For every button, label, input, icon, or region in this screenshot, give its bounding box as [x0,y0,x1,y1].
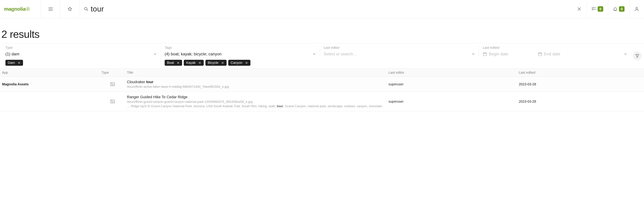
svg-point-8 [52,10,52,11]
chevron-down-icon [312,52,316,56]
col-header-type: Type [102,71,124,75]
svg-point-0 [49,7,50,8]
close-icon[interactable] [245,61,248,64]
filter-tags-select[interactable]: (4) boat; kayak; bicycle; canyon [165,51,316,57]
calendar-icon [483,52,487,56]
table-row[interactable]: Ranger Guided Hike To Cedar Ridge /tours… [0,92,644,111]
chip-canyon[interactable]: Canyon [228,60,250,66]
svg-point-4 [50,9,51,9]
tasks-badge: 0 [598,6,603,12]
logo[interactable]: magnolia ® [0,0,41,18]
close-icon [577,7,582,11]
filter-tags: Tags (4) boat; kayak; bicycle; canyon Bo… [161,46,320,66]
filter-icon [635,54,640,58]
svg-rect-35 [110,83,114,86]
row-editor: superuser [388,100,519,103]
top-bar: magnolia ® 0 0 [0,0,644,18]
row-editor: superuser [388,82,519,86]
row-date: 2023-03-28 [519,82,644,86]
row-type-icon [102,99,124,104]
svg-point-6 [49,10,50,11]
results-table-body: Magnolia Assets Cloudraker tour /tours/f… [0,77,644,111]
svg-point-3 [49,9,50,9]
logo-dot: ® [26,6,30,12]
svg-point-2 [52,7,52,8]
filter-last-edited: Last edited [479,46,631,57]
table-row[interactable]: Magnolia Assets Cloudraker tour /tours/f… [0,77,644,92]
chevron-down-icon [153,52,157,56]
row-date: 2023-03-28 [519,100,644,103]
filter-last-editor: Last editor Select or search… [320,46,479,57]
apps-grid-icon [48,7,53,11]
svg-point-15 [636,7,638,9]
filter-editor-label: Last editor [324,46,475,50]
notifications-badge: 0 [619,6,624,12]
row-type-icon [102,81,124,87]
close-icon[interactable] [177,61,180,64]
checklist-icon [591,7,596,12]
chip-bicycle[interactable]: Bicycle [206,60,226,66]
filter-type-select[interactable]: (1) dam [6,51,157,57]
svg-line-10 [87,10,88,11]
user-icon [634,7,639,12]
image-icon [110,81,115,87]
chip-boat[interactable]: Boat [165,60,182,66]
svg-rect-26 [483,53,487,56]
row-app: Magnolia Assets [0,82,102,86]
bell-icon [613,7,618,11]
col-header-date: Last edited [519,71,644,75]
filter-bar: Type (1) dam Dam Tags (4) boat; kayak; b… [0,43,644,69]
svg-point-36 [111,83,112,84]
filter-type-chips: Dam [6,60,157,66]
calendar-icon [538,52,542,56]
global-search [80,0,572,18]
svg-marker-34 [636,54,639,57]
notifications-button[interactable]: 0 [608,0,629,18]
filter-tags-summary: (4) boat; kayak; bicycle; canyon [165,52,222,56]
favorites-button[interactable] [60,0,80,18]
close-icon[interactable] [198,61,201,64]
logo-text: magnolia [4,6,26,12]
row-title: Ranger Guided Hike To Cedar Ridge /tours… [124,95,388,108]
close-icon[interactable] [221,61,224,64]
search-input[interactable] [91,5,568,13]
row-title: Cloudraker tour /tours/flickr-active-bik… [124,80,388,89]
col-header-editor: Last editor [388,71,519,75]
svg-point-7 [50,10,51,11]
col-header-app: App [0,71,102,75]
chevron-down-icon [624,52,628,56]
svg-rect-30 [538,53,542,56]
user-menu-button[interactable] [629,0,644,18]
filter-type-label: Type [6,46,157,50]
tasks-button[interactable]: 0 [586,0,608,18]
filter-toggle-button[interactable] [633,52,642,60]
search-icon [84,7,89,12]
chip-kayak[interactable]: Kayak [184,60,204,66]
close-icon[interactable] [18,61,21,64]
apps-launcher-button[interactable] [41,0,60,18]
results-heading: 2 results [1,28,644,40]
end-date-input[interactable] [544,52,592,56]
begin-date-input[interactable] [489,52,536,56]
filter-tags-label: Tags [165,46,316,50]
filter-date-label: Last edited [483,46,628,50]
chip-dam[interactable]: Dam [6,60,23,66]
filter-editor-select[interactable]: Select or search… [324,51,475,57]
col-header-title: Title [124,71,388,75]
svg-rect-37 [110,100,114,103]
chevron-down-icon [472,52,475,56]
filter-tags-chips: Boat Kayak Bicycle Canyon [165,60,316,66]
results-table-header: App Type Title Last editor Last edited [0,69,644,77]
star-outline-icon [67,7,72,12]
filter-type: Type (1) dam Dam [2,46,161,66]
svg-point-38 [111,101,112,101]
filter-editor-placeholder: Select or search… [324,52,357,56]
image-icon [110,99,115,104]
svg-point-1 [50,7,51,8]
clear-search-button[interactable] [572,0,586,18]
filter-type-summary: (1) dam [6,52,20,56]
svg-point-5 [52,9,52,9]
